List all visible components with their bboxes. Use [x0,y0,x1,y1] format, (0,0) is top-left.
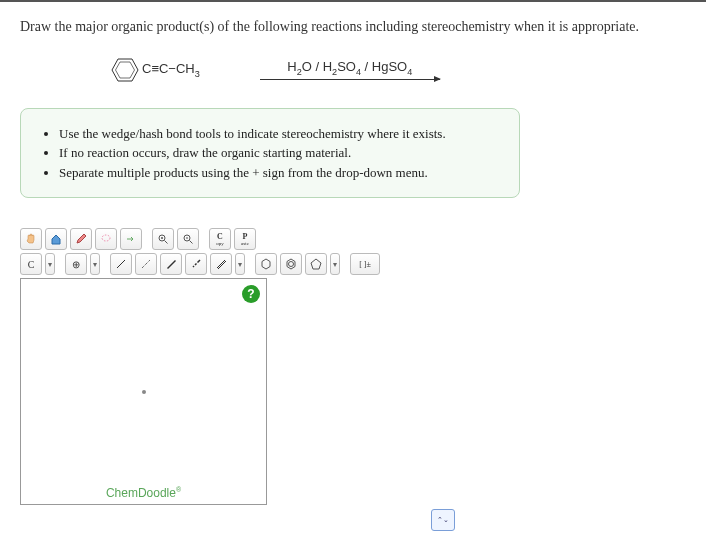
chemdoodle-brand: ChemDoodle® [21,486,266,500]
element-button[interactable]: C [20,253,42,275]
benzene-ring-icon [110,57,140,83]
toolbar-row-1: Copy Paste [20,228,420,250]
chem-editor: Copy Paste C ▾ ⊕ ▾ ▾ ▾ [ ]± ? ChemDoodle… [20,228,420,531]
benzene-icon[interactable] [280,253,302,275]
bracket-button[interactable]: [ ]± [350,253,380,275]
single-bond-icon[interactable] [110,253,132,275]
cyclopentane-icon[interactable] [305,253,327,275]
help-icon[interactable]: ? [242,285,260,303]
toolbar-row-2: C ▾ ⊕ ▾ ▾ ▾ [ ]± [20,253,420,275]
instruction-item: Separate multiple products using the + s… [59,164,499,182]
drawing-canvas[interactable]: ? ChemDoodle® [20,278,267,505]
ring-dropdown-icon[interactable]: ▾ [330,253,340,275]
instructions-box: Use the wedge/hash bond tools to indicat… [20,108,520,199]
charge-dropdown-icon[interactable]: ▾ [90,253,100,275]
reaction-arrow-icon [260,79,440,80]
question-text: Draw the major organic product(s) of the… [20,17,686,37]
element-dropdown-icon[interactable]: ▾ [45,253,55,275]
instruction-item: If no reaction occurs, draw the organic … [59,144,499,162]
home-tool-icon[interactable] [45,228,67,250]
wedge-bond-icon[interactable] [160,253,182,275]
reagent-arrow: H2O / H2SO4 / HgSO4 [260,59,440,80]
reaction-scheme: C≡C−CH3 H2O / H2SO4 / HgSO4 [110,57,686,83]
double-bond-icon[interactable] [210,253,232,275]
svg-marker-6 [167,260,176,269]
zoom-in-icon[interactable] [152,228,174,250]
recessed-bond-icon[interactable] [135,253,157,275]
svg-point-9 [289,262,294,267]
reagent-text: H2O / H2SO4 / HgSO4 [287,59,412,77]
reactant-formula: C≡C−CH3 [142,61,200,79]
pencil-tool-icon[interactable] [70,228,92,250]
paste-button[interactable]: Paste [234,228,256,250]
lasso-tool-icon[interactable] [95,228,117,250]
svg-marker-1 [116,62,135,78]
canvas-center-dot [142,390,146,394]
bond-dropdown-icon[interactable]: ▾ [235,253,245,275]
instruction-item: Use the wedge/hash bond tools to indicat… [59,125,499,143]
hash-bond-icon[interactable] [185,253,207,275]
cyclohexane-icon[interactable] [255,253,277,275]
bottom-row: ⌃⌄ [20,509,460,531]
arrow-tool-icon[interactable] [120,228,142,250]
copy-button[interactable]: Copy [209,228,231,250]
svg-marker-10 [311,259,321,269]
hand-tool-icon[interactable] [20,228,42,250]
svg-marker-7 [262,259,270,269]
svg-point-2 [102,235,110,241]
reactant: C≡C−CH3 [110,57,200,83]
zoom-out-icon[interactable] [177,228,199,250]
svg-line-5 [117,260,125,268]
charge-button[interactable]: ⊕ [65,253,87,275]
stepper-control[interactable]: ⌃⌄ [431,509,455,531]
